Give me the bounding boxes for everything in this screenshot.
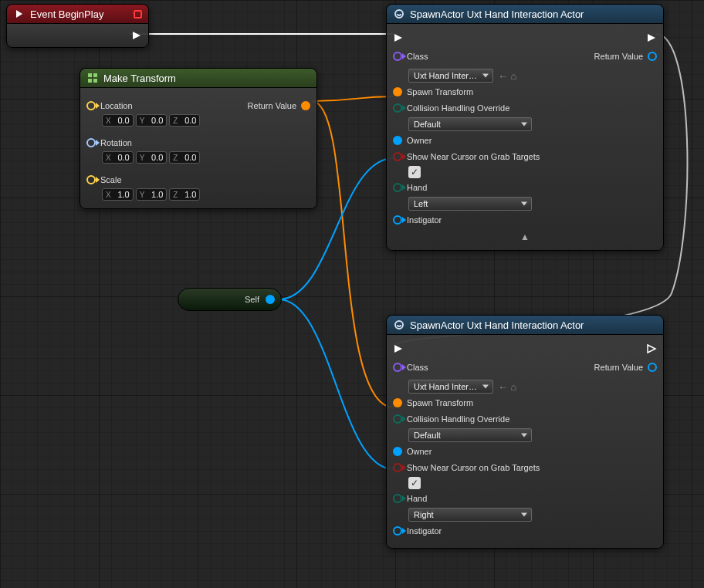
class-dropdown[interactable]: Uxt Hand Interact — [408, 69, 493, 83]
instigator-label: Instigator — [407, 215, 442, 225]
function-icon — [393, 319, 405, 331]
location-pin[interactable] — [86, 101, 96, 110]
return-value-pin[interactable] — [648, 363, 657, 372]
node-header[interactable]: SpawnActor Uxt Hand Interaction Actor — [387, 5, 663, 24]
spawn-transform-label: Spawn Transform — [407, 87, 473, 96]
class-label: Class — [407, 52, 428, 61]
scale-label: Scale — [100, 175, 122, 184]
asset-nav-icons[interactable]: ← ⌂ — [498, 70, 516, 82]
owner-pin[interactable] — [393, 136, 402, 145]
node-title: Event BeginPlay — [30, 8, 103, 20]
event-beginplay-node[interactable]: Event BeginPlay — [6, 4, 149, 48]
svg-point-6 — [395, 10, 403, 18]
spawn-actor-node-left[interactable]: SpawnActor Uxt Hand Interaction Actor Cl… — [386, 4, 664, 251]
scale-x-field[interactable]: X1.0 — [102, 188, 134, 201]
scale-pin[interactable] — [86, 175, 96, 184]
instigator-label: Instigator — [407, 526, 442, 536]
make-transform-node[interactable]: Make Transform Location X0.0 Y0.0 Z0.0 — [80, 68, 317, 209]
node-header[interactable]: SpawnActor Uxt Hand Interaction Actor — [387, 316, 663, 335]
show-near-label: Show Near Cursor on Grab Targets — [407, 152, 540, 161]
rotation-label: Rotation — [100, 138, 132, 147]
collision-dropdown[interactable]: Default — [408, 117, 532, 131]
svg-rect-4 — [88, 79, 92, 83]
rotation-x-field[interactable]: X0.0 — [102, 151, 134, 164]
scale-z-field[interactable]: Z1.0 — [169, 188, 200, 201]
svg-rect-3 — [93, 73, 97, 77]
exec-out-pin[interactable] — [646, 343, 657, 354]
collision-pin[interactable] — [393, 103, 402, 113]
node-title: SpawnActor Uxt Hand Interaction Actor — [410, 8, 584, 20]
return-value-label: Return Value — [248, 101, 296, 110]
hand-label: Hand — [407, 183, 427, 192]
svg-marker-1 — [133, 32, 140, 39]
exec-in-pin[interactable] — [393, 343, 404, 354]
show-near-pin[interactable] — [393, 463, 402, 472]
collision-pin[interactable] — [393, 414, 402, 424]
collision-label: Collision Handling Override — [407, 103, 509, 113]
location-z-field[interactable]: Z0.0 — [169, 114, 200, 127]
show-near-checkbox[interactable]: ✓ — [408, 166, 421, 178]
svg-rect-2 — [88, 73, 92, 77]
return-value-pin[interactable] — [648, 52, 657, 61]
return-value-pin[interactable] — [301, 101, 310, 110]
class-pin[interactable] — [393, 363, 402, 372]
show-near-pin[interactable] — [393, 152, 402, 161]
class-pin[interactable] — [393, 52, 402, 61]
exec-in-pin[interactable] — [393, 32, 404, 43]
node-title: SpawnActor Uxt Hand Interaction Actor — [410, 319, 584, 331]
rotation-pin[interactable] — [86, 138, 96, 147]
location-y-field[interactable]: Y0.0 — [136, 114, 168, 127]
instigator-pin[interactable] — [393, 526, 402, 536]
owner-pin[interactable] — [393, 447, 402, 456]
svg-marker-10 — [394, 345, 402, 353]
location-label: Location — [100, 101, 133, 110]
exec-out-pin[interactable] — [131, 30, 142, 41]
class-dropdown[interactable]: Uxt Hand Interact — [408, 380, 493, 394]
self-label: Self — [192, 295, 259, 304]
self-out-pin[interactable] — [266, 295, 275, 304]
svg-marker-8 — [648, 34, 655, 42]
instigator-pin[interactable] — [393, 215, 402, 225]
show-near-checkbox[interactable]: ✓ — [408, 477, 421, 489]
hand-pin[interactable] — [393, 494, 402, 503]
hand-pin[interactable] — [393, 183, 402, 192]
spawn-transform-label: Spawn Transform — [407, 398, 473, 407]
svg-marker-0 — [16, 10, 22, 18]
make-struct-icon — [86, 72, 99, 84]
return-value-label: Return Value — [594, 52, 643, 61]
hand-label: Hand — [407, 494, 427, 503]
hand-dropdown[interactable]: Left — [408, 197, 532, 211]
show-near-label: Show Near Cursor on Grab Targets — [407, 463, 540, 472]
asset-nav-icons[interactable]: ← ⌂ — [498, 381, 516, 393]
location-x-field[interactable]: X0.0 — [102, 114, 134, 127]
hand-dropdown[interactable]: Right — [408, 508, 532, 522]
spawn-transform-pin[interactable] — [393, 398, 402, 407]
svg-marker-11 — [648, 345, 655, 353]
exec-out-pin[interactable] — [646, 32, 657, 43]
rotation-y-field[interactable]: Y0.0 — [136, 151, 168, 164]
delegate-pin[interactable] — [134, 10, 142, 19]
svg-rect-5 — [93, 79, 97, 83]
function-icon — [393, 8, 405, 20]
spawn-transform-pin[interactable] — [393, 87, 402, 96]
svg-marker-7 — [394, 34, 402, 42]
node-title: Make Transform — [103, 73, 176, 84]
expand-chevron-icon[interactable]: ▲ — [393, 231, 657, 242]
node-header[interactable]: Event BeginPlay — [7, 5, 148, 24]
self-node[interactable]: Self — [178, 288, 282, 311]
class-label: Class — [407, 363, 428, 372]
scale-y-field[interactable]: Y1.0 — [136, 188, 168, 201]
return-value-label: Return Value — [594, 363, 643, 372]
svg-point-9 — [395, 321, 403, 329]
node-header[interactable]: Make Transform — [80, 69, 316, 88]
owner-label: Owner — [407, 447, 432, 456]
spawn-actor-node-right[interactable]: SpawnActor Uxt Hand Interaction Actor Cl… — [386, 315, 664, 549]
event-icon — [13, 8, 25, 20]
collision-label: Collision Handling Override — [407, 414, 509, 424]
owner-label: Owner — [407, 136, 432, 145]
collision-dropdown[interactable]: Default — [408, 428, 532, 442]
rotation-z-field[interactable]: Z0.0 — [169, 151, 200, 164]
